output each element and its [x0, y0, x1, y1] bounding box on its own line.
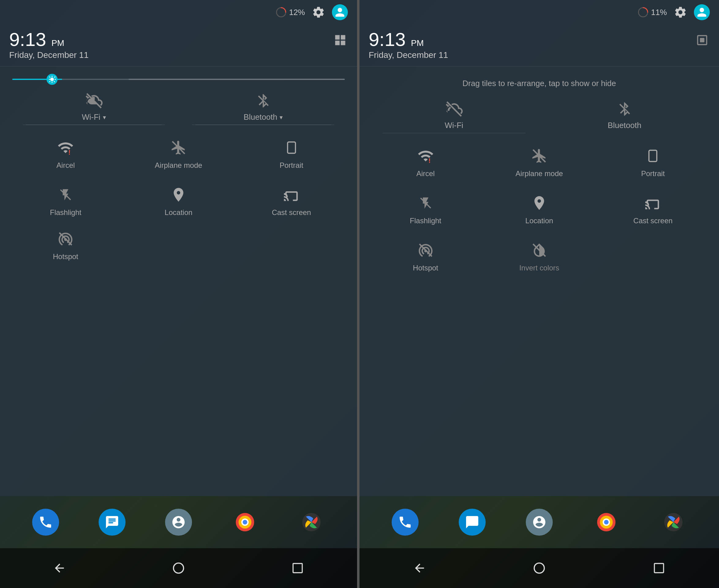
- tile-invertcolors-right[interactable]: Invert colors: [482, 234, 596, 278]
- tile-portrait-right[interactable]: Portrait: [596, 139, 710, 184]
- flashlight-off-icon-left: [59, 187, 72, 203]
- dialer-app-icon-left[interactable]: [165, 509, 192, 536]
- svg-rect-16: [700, 38, 705, 43]
- messages-app-icon-left[interactable]: [99, 509, 126, 536]
- tile-hotspot-right[interactable]: Hotspot: [369, 234, 482, 278]
- grid-button-left[interactable]: [333, 33, 348, 48]
- cast-icon-left: [283, 187, 300, 203]
- settings-button-right[interactable]: [673, 5, 688, 20]
- phone-app-icon-right[interactable]: [392, 509, 419, 536]
- nav-bar-left: [0, 548, 357, 588]
- recents-button-right[interactable]: [647, 556, 671, 580]
- messages-app-icon-right[interactable]: [459, 509, 486, 536]
- tile-aircel-right[interactable]: ! Aircel: [369, 139, 482, 184]
- tile-flashlight-right[interactable]: Flashlight: [369, 187, 482, 231]
- bluetooth-tile-right[interactable]: Bluetooth: [539, 98, 710, 133]
- battery-percent-left: 12%: [289, 8, 305, 17]
- bluetooth-label-right: Bluetooth: [608, 121, 641, 130]
- flashlight-icon-left: [56, 186, 75, 204]
- back-icon-left: [53, 561, 66, 575]
- home-button-right[interactable]: [527, 556, 551, 580]
- notification-bar-right: 9:13 PM Friday, December 11: [360, 24, 719, 66]
- tile-castscreen-label-right: Cast screen: [633, 216, 673, 225]
- phone-app-icon-left[interactable]: [32, 509, 59, 536]
- battery-ring-icon: [276, 7, 287, 18]
- tile-castscreen-label-left: Cast screen: [272, 208, 311, 217]
- home-icon-left: [172, 561, 185, 575]
- home-button-left[interactable]: [166, 556, 191, 580]
- tile-location-label-right: Location: [526, 216, 553, 225]
- messages-icon-left: [105, 515, 120, 529]
- quick-settings-right: Drag tiles to re-arrange, tap to show or…: [360, 66, 719, 496]
- brightness-slider-left[interactable]: [12, 79, 345, 80]
- recents-button-left[interactable]: [286, 556, 310, 580]
- svg-rect-20: [649, 150, 657, 162]
- wifi-label-left: Wi-Fi ▾: [82, 112, 106, 122]
- done-icon-right: [695, 34, 709, 47]
- svg-text:!: !: [68, 149, 71, 156]
- settings-button-left[interactable]: [311, 5, 326, 20]
- tile-location-right[interactable]: Location: [482, 187, 596, 231]
- phone-icon-left: [38, 515, 53, 529]
- svg-rect-13: [293, 564, 302, 573]
- tile-aircel-label-right: Aircel: [417, 169, 435, 178]
- tiles-row3-right: Hotspot Invert colors: [369, 234, 710, 278]
- battery-indicator-right: 11%: [637, 7, 667, 18]
- tile-airplane-left[interactable]: Airplane mode: [122, 131, 235, 175]
- brightness-thumb[interactable]: [46, 74, 58, 85]
- chrome-app-icon-left[interactable]: [232, 509, 258, 536]
- svg-rect-30: [654, 564, 663, 573]
- tile-hotspot-left[interactable]: Hotspot: [9, 222, 122, 267]
- avatar-right[interactable]: [694, 4, 710, 20]
- portrait-icon-right: [644, 147, 662, 165]
- airplane-icon-left: [169, 139, 188, 157]
- back-button-left[interactable]: [47, 556, 72, 580]
- wifi-off-icon-right: [446, 101, 463, 118]
- tile-airplane-right[interactable]: Airplane mode: [482, 139, 596, 184]
- tile-flashlight-label-left: Flashlight: [50, 208, 82, 217]
- date-display-left: Friday, December 11: [9, 50, 88, 60]
- quick-settings-left: Wi-Fi ▾ Bluetooth ▾: [0, 66, 357, 496]
- chrome-app-icon-right[interactable]: [593, 509, 620, 536]
- right-panel: 11% 9:13 PM Friday, December 11: [360, 0, 719, 588]
- pinwheel-app-icon-left[interactable]: [298, 509, 325, 536]
- tile-aircel-left[interactable]: ! Aircel: [9, 131, 122, 175]
- person-icon-left: [334, 7, 345, 18]
- tile-portrait-label-right: Portrait: [641, 169, 665, 178]
- location-icon-left: [169, 186, 188, 204]
- svg-text:!: !: [428, 157, 431, 165]
- tile-castscreen-left[interactable]: Cast screen: [235, 178, 348, 222]
- gear-icon-right: [674, 5, 687, 19]
- edit-done-button-right[interactable]: [695, 33, 710, 48]
- aircel-icon-left: !: [56, 139, 75, 157]
- dialer-app-icon-right[interactable]: [526, 509, 553, 536]
- bluetooth-off-icon-right: [617, 101, 633, 118]
- tile-castscreen-right[interactable]: Cast screen: [596, 187, 710, 231]
- wifi-tile-right[interactable]: Wi-Fi: [369, 98, 539, 133]
- svg-point-27: [604, 520, 609, 525]
- tile-portrait-left[interactable]: Portrait: [235, 131, 348, 175]
- chrome-icon-right: [595, 511, 617, 533]
- chrome-icon-left: [234, 511, 256, 533]
- wifi-off-icon-left: [85, 92, 103, 109]
- back-button-right[interactable]: [407, 556, 432, 580]
- tile-location-left[interactable]: Location: [122, 178, 235, 222]
- tiles-row3-left: Hotspot: [9, 222, 348, 267]
- tile-hotspot-label-right: Hotspot: [413, 264, 438, 272]
- gear-icon-left: [312, 5, 325, 19]
- tile-flashlight-left[interactable]: Flashlight: [9, 178, 122, 222]
- aircel-icon-right: !: [417, 147, 435, 165]
- avatar-left[interactable]: [332, 4, 348, 20]
- tiles-row2-left: Flashlight Location Cast screen: [9, 178, 348, 222]
- wifi-tile-left[interactable]: Wi-Fi ▾: [9, 89, 178, 125]
- home-icon-right: [532, 561, 546, 575]
- location-icon-right: [530, 194, 548, 212]
- bluetooth-tile-left[interactable]: Bluetooth ▾: [178, 89, 348, 125]
- tile-portrait-label-left: Portrait: [280, 161, 303, 170]
- flashlight-icon-right: [417, 194, 435, 212]
- tiles-row1-right: ! Aircel Airplane mode: [369, 139, 710, 184]
- pinwheel-icon-left: [300, 511, 322, 533]
- hotspot-off-icon-right: [417, 242, 434, 258]
- pinwheel-app-icon-right[interactable]: [660, 509, 687, 536]
- tile-invertcolors-label-right: Invert colors: [519, 264, 559, 272]
